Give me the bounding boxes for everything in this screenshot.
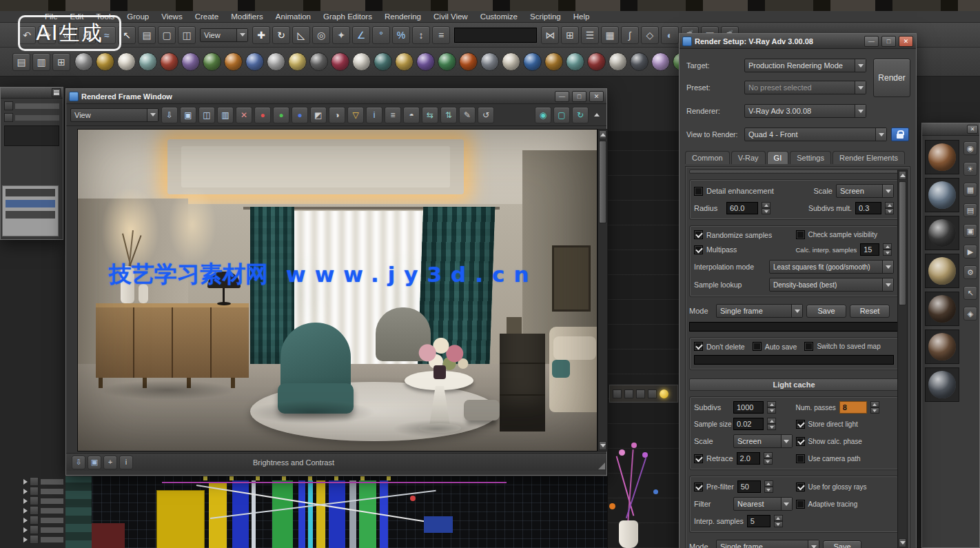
interpolation-mode-dropdown[interactable]: Least squares fit (good/smooth) xyxy=(769,260,894,274)
scene-explorer-icon[interactable]: ▤ xyxy=(12,53,30,71)
expand-icon[interactable] xyxy=(23,479,28,485)
panel-field[interactable] xyxy=(4,125,59,146)
dont-delete-checkbox[interactable] xyxy=(694,342,703,351)
outliner-row[interactable] xyxy=(23,487,63,496)
material-sphere-icon[interactable] xyxy=(288,52,307,71)
left-panel-titlebar[interactable] xyxy=(1,88,63,99)
expand-icon[interactable] xyxy=(23,527,28,533)
radius-field[interactable]: 60.0 xyxy=(726,202,758,214)
material-sphere-icon[interactable] xyxy=(544,52,563,71)
align-icon[interactable]: ⊞ xyxy=(561,26,579,44)
selection-region-icon[interactable]: ▢ xyxy=(158,26,176,44)
calc-samples-spinner[interactable] xyxy=(883,243,892,256)
material-slot[interactable] xyxy=(925,292,959,326)
outliner-row[interactable] xyxy=(23,506,63,515)
scroll-thumb[interactable] xyxy=(899,181,906,305)
material-slot[interactable] xyxy=(925,367,959,402)
expand-icon[interactable] xyxy=(23,508,28,514)
material-sphere-icon[interactable] xyxy=(245,52,264,71)
channel-red-icon[interactable]: ● xyxy=(254,107,271,123)
select-and-rotate-icon[interactable]: ↻ xyxy=(272,26,290,44)
status-save-icon[interactable]: ⇩ xyxy=(72,456,85,469)
detail-enhancement-checkbox[interactable] xyxy=(694,187,703,196)
curve-editor-icon[interactable]: ∫ xyxy=(621,26,639,44)
menu-item[interactable]: Scripting xyxy=(524,11,567,22)
prefilter-field[interactable]: 50 xyxy=(737,480,761,493)
mini-tool-icon[interactable] xyxy=(624,389,633,398)
layer-manager-icon[interactable]: ☰ xyxy=(581,26,599,44)
prefilter-checkbox[interactable] xyxy=(694,483,703,491)
tab-settings[interactable]: Settings xyxy=(790,151,831,164)
color-clamp-icon[interactable]: ▽ xyxy=(347,107,364,123)
sample-uv-tiling-icon[interactable]: ▤ xyxy=(963,203,977,217)
scroll-down-arrow[interactable] xyxy=(599,441,606,450)
copy-image-icon[interactable]: ▣ xyxy=(180,107,196,123)
expand-icon[interactable] xyxy=(23,498,28,504)
ribbon-toggle-icon[interactable]: ⊞ xyxy=(52,53,70,71)
material-sphere-icon[interactable] xyxy=(374,52,392,71)
menu-item[interactable]: Modifiers xyxy=(225,11,269,22)
material-editor-titlebar[interactable]: ✕ xyxy=(922,123,979,136)
viewport-top-view[interactable] xyxy=(65,476,607,548)
expand-icon[interactable] xyxy=(23,518,28,523)
show-calc-phase-checkbox[interactable] xyxy=(796,437,805,446)
compare-horizontal-icon[interactable]: ⇆ xyxy=(422,107,438,123)
material-sphere-icon[interactable] xyxy=(609,52,627,71)
material-sphere-icon[interactable] xyxy=(566,52,584,71)
track-mouse-icon[interactable]: ◉ xyxy=(535,107,551,123)
passes-spinner[interactable] xyxy=(870,401,879,414)
subdivs-mult-field[interactable]: 0.3 xyxy=(855,202,881,214)
material-sphere-icon[interactable] xyxy=(331,52,349,71)
lc-mode-dropdown[interactable]: Single frame xyxy=(716,540,819,548)
layers-icon[interactable]: ≡ xyxy=(385,107,401,123)
subdivs-field[interactable]: 1000 xyxy=(733,401,764,414)
mini-tool-icon[interactable] xyxy=(648,389,657,398)
menu-item[interactable]: Animation xyxy=(269,11,317,22)
menu-item[interactable]: Create xyxy=(189,11,225,22)
mini-tool-icon[interactable] xyxy=(636,389,645,398)
rollout-edge[interactable] xyxy=(689,170,899,174)
menu-item[interactable]: Group xyxy=(121,11,155,22)
material-sphere-icon[interactable] xyxy=(224,52,243,71)
clone-window-icon[interactable]: ◫ xyxy=(198,107,215,123)
material-sphere-icon[interactable] xyxy=(309,52,328,71)
lc-scale-dropdown[interactable]: Screen xyxy=(733,434,793,448)
status-copy-icon[interactable]: ▣ xyxy=(88,456,101,469)
view-lock-button[interactable] xyxy=(891,128,909,141)
snaps-toggle-icon[interactable]: ∠ xyxy=(352,26,370,44)
rfw-close-button[interactable]: ✕ xyxy=(589,91,604,102)
render-button[interactable]: Render xyxy=(873,59,910,97)
edit-named-selections-icon[interactable]: ≡ xyxy=(432,26,450,44)
tab-vray[interactable]: V-Ray xyxy=(731,151,766,164)
options-icon[interactable]: ⚙ xyxy=(963,265,977,279)
lightcache-rollout-header[interactable]: Light cache xyxy=(689,378,899,391)
reference-coordinate-dropdown[interactable]: View xyxy=(200,28,248,42)
tab-gi[interactable]: GI xyxy=(767,151,789,164)
retrace-spinner[interactable] xyxy=(764,452,773,465)
monochrome-icon[interactable]: ◑ xyxy=(329,107,345,123)
backlight-icon[interactable]: ☀ xyxy=(963,162,977,176)
target-dropdown[interactable]: Production Rendering Mode xyxy=(744,59,866,72)
spinner-snap-icon[interactable]: ↕ xyxy=(412,26,430,44)
menu-item[interactable]: Rendering xyxy=(378,11,427,22)
status-zoom-icon[interactable]: + xyxy=(103,456,117,469)
region-render-icon[interactable]: ▢ xyxy=(553,107,570,123)
dialog-maximize-button[interactable]: □ xyxy=(881,36,896,47)
dialog-scrollbar[interactable] xyxy=(897,170,908,548)
menu-item[interactable]: Views xyxy=(155,11,188,22)
material-sphere-icon[interactable] xyxy=(352,52,371,71)
rfw-maximize-button[interactable]: □ xyxy=(572,91,586,102)
radius-spinner[interactable] xyxy=(762,202,770,214)
calc-samples-field[interactable]: 15 xyxy=(860,243,879,256)
background-icon[interactable]: ▦ xyxy=(963,183,977,196)
select-by-material-icon[interactable]: ↖ xyxy=(963,286,977,300)
select-and-manipulate-icon[interactable]: ✦ xyxy=(332,26,350,44)
panel-menu-icon[interactable] xyxy=(52,88,61,97)
expand-icon[interactable] xyxy=(23,537,28,542)
material-sphere-icon[interactable] xyxy=(480,52,499,71)
use-for-glossy-rays-checkbox[interactable] xyxy=(796,483,805,491)
outliner-row[interactable] xyxy=(23,477,63,486)
scroll-up-arrow[interactable] xyxy=(899,171,906,180)
schematic-view-icon[interactable]: ◇ xyxy=(641,26,659,44)
view-to-render-dropdown[interactable]: Quad 4 - Front xyxy=(744,128,887,141)
